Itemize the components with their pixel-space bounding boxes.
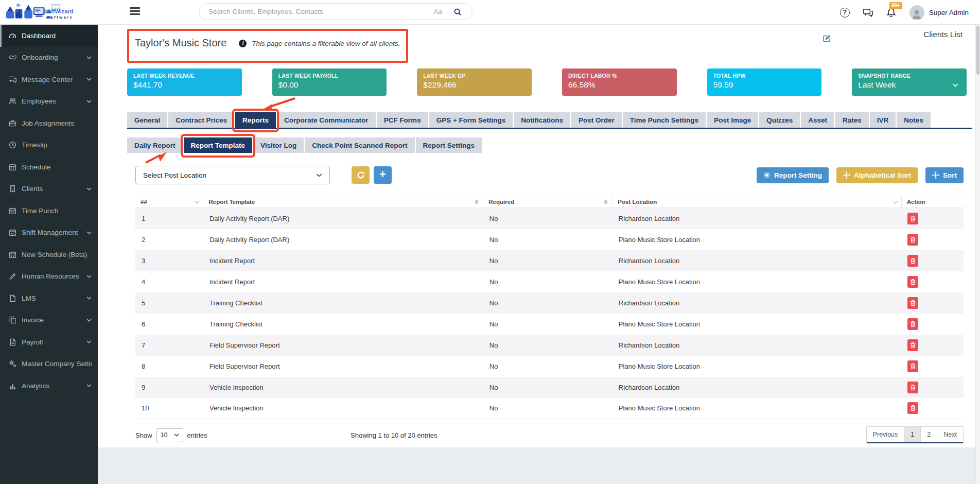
help-button[interactable] xyxy=(840,8,850,18)
subtab-check-point-scanned-report[interactable]: Check Point Scanned Report xyxy=(305,137,414,153)
user-avatar[interactable] xyxy=(909,5,924,20)
sidebar-item-message-center[interactable]: Message Center xyxy=(0,68,98,91)
sidebar-item-onboarding[interactable]: Onboarding xyxy=(0,47,98,69)
sidebar-item-schedule[interactable]: Schedule xyxy=(0,156,98,178)
page-next[interactable]: Next xyxy=(937,427,963,442)
delete-button[interactable] xyxy=(907,318,918,330)
column-header-report-template[interactable]: Report Template xyxy=(203,196,483,208)
delete-button[interactable] xyxy=(907,402,918,414)
column-header-required[interactable]: Required xyxy=(483,196,612,208)
sidebar-item-dashboard[interactable]: Dashboard xyxy=(0,25,98,47)
subtab-visitor-log[interactable]: Visitor Log xyxy=(253,137,304,153)
delete-button[interactable] xyxy=(907,234,918,246)
sidebar-item-timeslip[interactable]: Timeslip xyxy=(0,134,98,157)
sidebar-item-job-assignments[interactable]: Job Assignments xyxy=(0,112,98,134)
user-icon xyxy=(911,8,923,20)
sidebar-item-human-resources[interactable]: Human Resources xyxy=(0,266,98,288)
page-size-select[interactable]: 10 xyxy=(156,428,183,442)
tab-contract-prices[interactable]: Contract Prices xyxy=(168,112,234,128)
cell-required: No xyxy=(483,250,612,271)
user-menu[interactable]: Super Admin xyxy=(929,9,969,16)
refresh-button[interactable] xyxy=(352,166,370,184)
tab-pcf-forms[interactable]: PCF Forms xyxy=(377,112,428,128)
tab-corporate-communicator[interactable]: Corporate Communicator xyxy=(277,112,376,128)
sidebar-item-label: Job Assignments xyxy=(22,119,92,127)
column-header-post-location[interactable]: Post Location xyxy=(612,196,902,208)
tab-post-order[interactable]: Post Order xyxy=(571,112,622,128)
subtab-daily-report[interactable]: Daily Report xyxy=(127,137,183,153)
vertical-scrollbar[interactable] xyxy=(975,25,980,484)
sidebar-menu: DashboardOnboardingMessage CenterEmploye… xyxy=(0,25,98,397)
column-header-[interactable]: ## xyxy=(135,196,203,208)
brand-logo[interactable]: StaffWizard Software xyxy=(3,1,98,24)
refresh-icon xyxy=(357,171,365,179)
sidebar-item-analytics[interactable]: Analytics xyxy=(0,375,98,397)
alphabetical-sort-button[interactable]: Alphabetical Sort xyxy=(836,167,918,183)
delete-button[interactable] xyxy=(907,382,918,393)
trash-icon xyxy=(910,384,916,391)
post-location-select[interactable]: Select Post Location xyxy=(135,166,330,184)
tab-general[interactable]: General xyxy=(127,112,167,128)
page-1[interactable]: 1 xyxy=(904,427,921,442)
tab-notifications[interactable]: Notifications xyxy=(514,112,570,128)
chevron-down-icon xyxy=(952,83,958,87)
notifications-button[interactable]: 99+ xyxy=(886,8,896,18)
tab-time-punch-settings[interactable]: Time Punch Settings xyxy=(623,112,706,128)
sort-button[interactable]: Sort xyxy=(925,167,964,183)
page-2[interactable]: 2 xyxy=(921,427,937,442)
page-label: Clients List xyxy=(923,30,962,39)
cell-number: 1 xyxy=(135,208,203,229)
report-setting-label: Report Setting xyxy=(774,171,822,179)
scrollbar-thumb[interactable] xyxy=(976,26,979,75)
sidebar-toggle-button[interactable] xyxy=(130,7,140,15)
tab-ivr[interactable]: IVR xyxy=(870,112,896,128)
sidebar-item-employees[interactable]: Employees xyxy=(0,91,98,113)
subtab-report-template[interactable]: Report Template xyxy=(184,137,253,153)
sidebar-item-payroll[interactable]: Payroll xyxy=(0,331,98,353)
subtab-report-settings[interactable]: Report Settings xyxy=(416,137,482,153)
delete-button[interactable] xyxy=(907,276,918,288)
tab-reports[interactable]: Reports xyxy=(235,112,276,128)
delete-button[interactable] xyxy=(907,360,918,372)
sidebar-item-shift-management[interactable]: Shift Management xyxy=(0,222,98,244)
stat-card-last-week-payroll: LAST WEEK PAYROLL$0.00 xyxy=(272,68,387,96)
tab-gps-form-settings[interactable]: GPS + Form Settings xyxy=(429,112,513,128)
add-report-template-button[interactable]: + xyxy=(374,166,392,184)
comments-icon xyxy=(9,76,16,83)
sidebar-item-label: Time Punch xyxy=(22,207,92,215)
stat-card-snapshot-range[interactable]: SNAPSHOT RANGELast Week xyxy=(852,68,967,96)
sidebar-item-time-punch[interactable]: Time Punch xyxy=(0,200,98,222)
edit-icon xyxy=(822,34,831,43)
sidebar-item-invoice[interactable]: Invoice xyxy=(0,309,98,332)
bar-chart-icon xyxy=(9,382,16,390)
search-input[interactable] xyxy=(199,8,433,15)
sidebar-item-master-company-settings[interactable]: Master Company Settings xyxy=(0,353,98,375)
cell-action xyxy=(901,271,964,292)
tab-quizzes[interactable]: Quizzes xyxy=(759,112,800,128)
brand-sub: Software xyxy=(42,15,73,20)
tab-post-image[interactable]: Post Image xyxy=(707,112,758,128)
cell-action xyxy=(901,208,964,229)
delete-button[interactable] xyxy=(907,297,918,309)
report-template-table: ##Report TemplateRequiredPost LocationAc… xyxy=(135,196,964,419)
edit-button[interactable] xyxy=(822,34,831,45)
delete-button[interactable] xyxy=(907,255,918,267)
messages-button[interactable] xyxy=(863,8,873,18)
report-setting-button[interactable]: Report Setting xyxy=(757,167,829,183)
tab-rates[interactable]: Rates xyxy=(835,112,869,128)
sidebar-item-label: Invoice xyxy=(22,316,86,324)
tab-asset[interactable]: Asset xyxy=(801,112,834,128)
page-previous[interactable]: Previous xyxy=(867,427,905,442)
table-row: 10Vehicle InspectionNoPlano Music Store … xyxy=(135,398,964,419)
delete-button[interactable] xyxy=(907,339,918,351)
tab-notes[interactable]: Notes xyxy=(897,112,931,128)
font-size-toggle[interactable]: Aa xyxy=(433,8,442,15)
search-button[interactable] xyxy=(453,8,462,16)
page-size-value: 10 xyxy=(161,431,168,439)
handshake-icon xyxy=(9,54,16,61)
delete-button[interactable] xyxy=(907,213,918,224)
cell-post-location: Plano Music Store Location xyxy=(612,314,902,335)
sidebar-item-clients[interactable]: Clients xyxy=(0,178,98,200)
sidebar-item-lms[interactable]: LMS xyxy=(0,287,98,309)
sidebar-item-new-schedule-beta[interactable]: New Schedule (Beta) xyxy=(0,244,98,266)
